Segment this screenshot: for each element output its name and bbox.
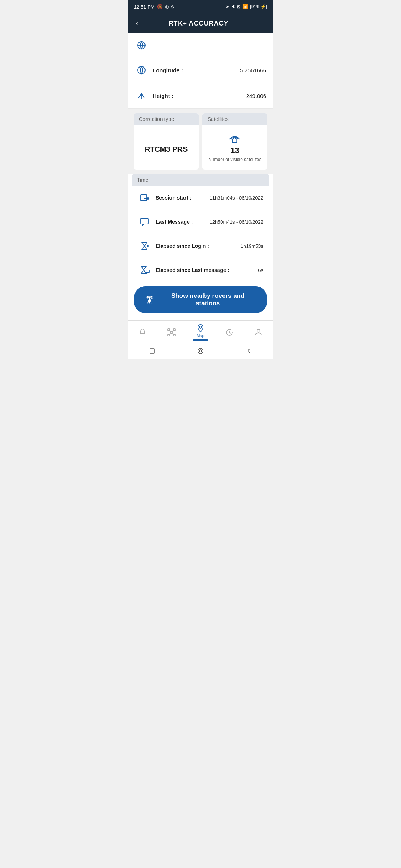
svg-point-32 — [198, 348, 203, 354]
location-icon: ➤ — [226, 4, 229, 9]
map-nav-label: Map — [196, 333, 204, 338]
map-active-indicator — [193, 339, 208, 341]
time-section-header: Time — [132, 174, 269, 186]
svg-point-30 — [257, 329, 260, 332]
page-title: RTK+ ACCURACY — [143, 20, 254, 27]
android-stop-button[interactable] — [148, 347, 156, 355]
map-icon — [196, 324, 205, 333]
svg-line-27 — [170, 333, 170, 335]
globe-icon — [135, 63, 148, 77]
longitude-value: 5.7561666 — [240, 67, 266, 73]
elapsed-login-label: Elapsed since Login : — [156, 243, 241, 249]
cards-row: Correction type RTCM3 PRS Satellites — [128, 109, 273, 174]
battery-save-icon: ⊠ — [237, 4, 241, 9]
circle-icon: ◎ — [165, 4, 169, 9]
nav-notifications[interactable] — [128, 328, 157, 337]
satellite-icon-wrap: 13 Number of visible satellites — [208, 132, 261, 162]
longitude-label: Longitude : — [153, 67, 240, 73]
satellites-card-header: Satellites — [202, 113, 267, 125]
svg-line-28 — [173, 333, 173, 335]
status-bar: 12:51 PM 🔕 ◎ ⊙ ➤ ✱ ⊠ 📶 [91%⚡] — [128, 0, 273, 13]
show-nearby-button[interactable]: Show nearby rovers and stations — [134, 286, 267, 313]
bluetooth-icon: ✱ — [231, 4, 235, 9]
elapsed-login-icon — [138, 239, 151, 253]
last-message-label: Last Message : — [156, 218, 209, 225]
satellites-count: 13 — [230, 146, 239, 155]
svg-point-29 — [199, 326, 202, 328]
show-nearby-label: Show nearby rovers and stations — [159, 292, 257, 307]
height-icon — [135, 89, 148, 102]
android-home-button[interactable] — [196, 347, 205, 355]
svg-rect-21 — [168, 329, 170, 331]
height-value: 249.006 — [246, 93, 266, 99]
wifi-icon: 📶 — [242, 4, 248, 9]
session-start-label: Session start : — [156, 194, 209, 201]
partial-top-row — [128, 33, 273, 57]
svg-rect-20 — [170, 331, 173, 333]
mute-icon: 🔕 — [157, 4, 163, 9]
satellites-sub: Number of visible satellites — [208, 157, 261, 162]
elapsed-login-row: Elapsed since Login : 1h19m53s — [132, 234, 269, 258]
elapsed-last-label: Elapsed since Last message : — [156, 267, 255, 273]
svg-line-25 — [170, 329, 170, 332]
svg-rect-6 — [141, 195, 147, 201]
svg-rect-22 — [173, 329, 175, 331]
correction-value: RTCM3 PRS — [145, 145, 188, 154]
message-icon — [138, 215, 151, 228]
history-icon — [225, 328, 234, 337]
app-header: ‹ RTK+ ACCURACY — [128, 13, 273, 33]
android-back-button[interactable] — [245, 347, 253, 355]
svg-rect-24 — [173, 334, 175, 336]
svg-rect-23 — [168, 334, 170, 336]
last-message-value: 12h50m41s - 06/10/2022 — [209, 219, 263, 225]
svg-rect-15 — [146, 270, 149, 273]
elapsed-last-value: 16s — [255, 267, 263, 273]
height-label: Height : — [153, 93, 246, 99]
status-time: 12:51 PM — [134, 4, 155, 10]
back-button[interactable]: ‹ — [136, 19, 138, 28]
nav-topology[interactable] — [157, 328, 186, 337]
correction-card: Correction type RTCM3 PRS — [134, 113, 199, 170]
profile-icon — [254, 328, 263, 337]
svg-rect-5 — [233, 139, 237, 143]
partial-icon — [135, 39, 148, 52]
elapsed-login-value: 1h19m53s — [241, 243, 263, 249]
longitude-row: Longitude : 5.7561666 — [128, 57, 273, 83]
main-content: Longitude : 5.7561666 Height : 249.006 C… — [128, 33, 273, 320]
satellites-card: Satellites 13 Number of visible satellit… — [202, 113, 267, 170]
time-section: Time Session start : 11h31m04s - 06/10/2… — [132, 174, 269, 282]
record-icon: ⊙ — [171, 4, 175, 9]
nav-map[interactable]: Map — [186, 324, 215, 341]
svg-point-33 — [199, 350, 202, 352]
session-start-value: 11h31m04s - 06/10/2022 — [209, 195, 263, 201]
bell-icon — [138, 328, 147, 337]
session-start-row: Session start : 11h31m04s - 06/10/2022 — [132, 186, 269, 210]
svg-rect-9 — [141, 218, 148, 224]
satellites-card-body: 13 Number of visible satellites — [202, 125, 267, 170]
nav-profile[interactable] — [244, 328, 273, 337]
nav-history[interactable] — [215, 328, 244, 337]
nearby-icon — [144, 295, 154, 305]
height-row: Height : 249.006 — [128, 83, 273, 109]
android-nav — [128, 343, 273, 359]
last-message-row: Last Message : 12h50m41s - 06/10/2022 — [132, 210, 269, 234]
elapsed-last-icon — [138, 263, 151, 277]
correction-card-header: Correction type — [134, 113, 199, 125]
svg-line-26 — [173, 329, 173, 332]
topology-icon — [167, 328, 176, 337]
session-start-icon — [138, 191, 151, 204]
correction-card-body: RTCM3 PRS — [134, 125, 199, 170]
svg-rect-31 — [150, 349, 154, 353]
elapsed-last-row: Elapsed since Last message : 16s — [132, 258, 269, 282]
satellite-signal-icon — [226, 132, 244, 146]
battery-icon: [91%⚡] — [250, 4, 267, 9]
bottom-nav: Map — [128, 320, 273, 343]
